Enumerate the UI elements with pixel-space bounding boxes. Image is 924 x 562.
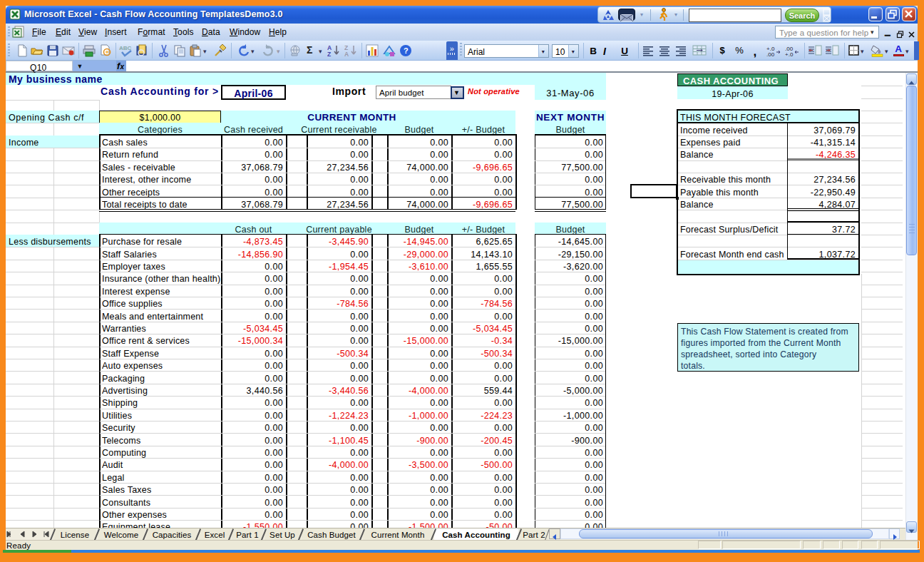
svg-text:A: A	[344, 51, 349, 57]
svg-text:ABC: ABC	[119, 45, 132, 51]
svg-text:.00: .00	[766, 51, 775, 57]
svg-text:+.0: +.0	[785, 51, 794, 57]
svg-text:Z: Z	[327, 51, 331, 57]
svg-text:?: ?	[404, 46, 409, 55]
